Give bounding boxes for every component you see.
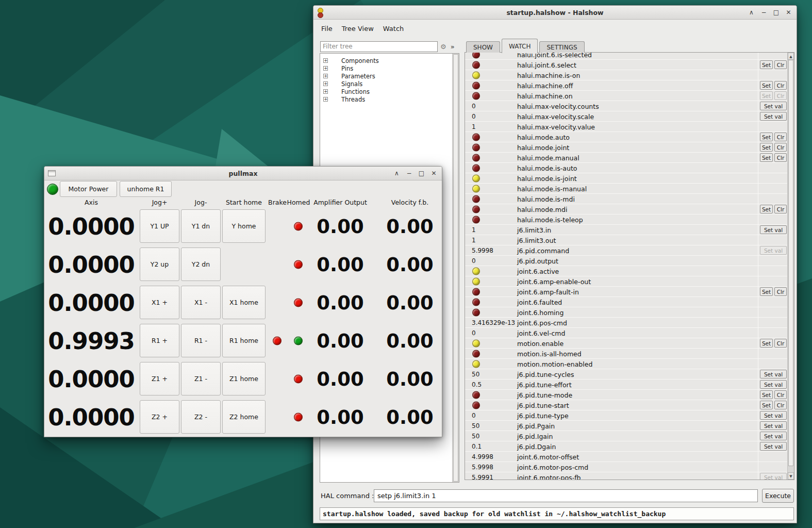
tree-item-pins[interactable]: +Pins <box>320 64 452 72</box>
jog-minus-button[interactable]: Z2 - <box>181 400 221 434</box>
execute-button[interactable]: Execute <box>762 489 794 503</box>
menu-item-watch[interactable]: Watch <box>378 25 408 32</box>
jog-plus-button[interactable]: R1 + <box>140 324 179 357</box>
set-button[interactable]: Set <box>760 339 773 348</box>
jog-plus-button[interactable]: Z1 + <box>140 362 179 395</box>
watch-pin-name: halui.machine.off <box>517 81 573 89</box>
expand-plus-icon[interactable]: + <box>323 81 328 86</box>
pullmax-close-button[interactable]: ✕ <box>430 170 438 177</box>
set-button: Set <box>760 91 773 100</box>
set-val-button[interactable]: Set val <box>760 432 787 440</box>
set-button[interactable]: Set <box>760 143 773 152</box>
pullmax-maximize-button[interactable]: □ <box>418 170 425 177</box>
led-indicator <box>472 350 480 357</box>
halshow-maximize-button[interactable]: □ <box>772 9 780 16</box>
tab-settings[interactable]: SETTINGS <box>539 41 584 53</box>
set-val-button[interactable]: Set val <box>760 112 787 121</box>
jog-minus-button[interactable]: X1 - <box>181 286 221 319</box>
halshow-close-button[interactable]: ✕ <box>785 9 792 16</box>
halshow-minimize-button[interactable]: − <box>760 9 768 16</box>
set-button[interactable]: Set <box>760 401 773 409</box>
set-button[interactable]: Set <box>760 153 773 162</box>
set-button[interactable]: Set <box>760 133 773 141</box>
menu-item-tree-view[interactable]: Tree View <box>337 25 378 32</box>
clr-button[interactable]: Clr <box>774 133 787 141</box>
set-button[interactable]: Set <box>760 390 773 399</box>
watch-row: joint.6.faulted <box>465 297 788 307</box>
tree-item-components[interactable]: +Components <box>320 57 452 64</box>
watch-scrollbar[interactable]: ▲ ▼ <box>787 53 794 480</box>
halshow-titlebar[interactable]: startup.halshow - Halshow ∧−□✕ <box>313 6 797 20</box>
pullmax-window-controls: ∧−□✕ <box>393 167 438 180</box>
unhome-r1-button[interactable]: unhome R1 <box>120 181 172 197</box>
amplifier-output-value: 0.00 <box>302 254 378 276</box>
clr-button[interactable]: Clr <box>774 287 787 296</box>
clr-button[interactable]: Clr <box>774 81 787 90</box>
jog-minus-button[interactable]: Z1 - <box>181 362 221 395</box>
set-val-button[interactable]: Set val <box>760 370 787 378</box>
start-home-button[interactable]: Z2 home <box>222 400 266 434</box>
chevron-double-right-icon[interactable]: » <box>451 43 455 51</box>
pullmax-titlebar[interactable]: pullmax ∧−□✕ <box>44 167 442 180</box>
menu-item-file[interactable]: File <box>317 25 337 32</box>
clr-button[interactable]: Clr <box>774 60 787 69</box>
pullmax-minimize-button[interactable]: − <box>405 170 413 177</box>
set-val-button[interactable]: Set val <box>760 380 787 389</box>
tree-item-signals[interactable]: +Signals <box>320 80 452 88</box>
tree-item-label: Pins <box>341 65 353 72</box>
expand-plus-icon[interactable]: + <box>323 58 328 63</box>
jog-plus-button[interactable]: Z2 + <box>140 400 179 434</box>
watch-pin-name: j6.pid.output <box>517 257 558 265</box>
tab-show[interactable]: SHOW <box>466 41 500 53</box>
clr-button[interactable]: Clr <box>774 205 787 213</box>
jog-minus-button[interactable]: Y1 dn <box>181 209 221 243</box>
tree-scrollbar[interactable] <box>452 54 459 482</box>
scroll-down-button[interactable]: ▼ <box>788 472 794 480</box>
pullmax-shade-button[interactable]: ∧ <box>393 170 401 177</box>
clr-button[interactable]: Clr <box>774 390 787 399</box>
hal-command-input[interactable] <box>374 489 758 502</box>
start-home-button[interactable]: Y home <box>222 209 266 243</box>
watch-value: 0 <box>472 412 476 419</box>
gear-icon[interactable]: ⚙ <box>440 43 446 51</box>
filter-tree-input[interactable] <box>320 41 438 52</box>
clr-button[interactable]: Clr <box>774 153 787 162</box>
velocity-feedback-value: 0.00 <box>372 368 448 390</box>
jog-plus-button[interactable]: X1 + <box>140 286 179 319</box>
set-val-button[interactable]: Set val <box>760 421 787 430</box>
set-val-button[interactable]: Set val <box>760 225 787 234</box>
start-home-button[interactable]: R1 home <box>222 324 266 357</box>
brake-led <box>273 337 281 345</box>
jog-minus-button[interactable]: Y2 dn <box>181 248 221 281</box>
expand-plus-icon[interactable]: + <box>323 97 328 102</box>
set-button[interactable]: Set <box>760 287 773 296</box>
watch-scrollbar-thumb[interactable] <box>788 60 793 466</box>
tree-item-threads[interactable]: +Threads <box>320 95 452 103</box>
motor-power-button[interactable]: Motor Power <box>60 181 117 197</box>
jog-plus-button[interactable]: Y2 up <box>140 248 179 281</box>
clr-button[interactable]: Clr <box>774 339 787 348</box>
set-val-button[interactable]: Set val <box>760 411 787 420</box>
led-indicator <box>472 164 480 172</box>
start-home-button[interactable]: X1 home <box>222 286 266 319</box>
tree-item-parameters[interactable]: +Parameters <box>320 72 452 80</box>
watch-row: 4.9998joint.6.motor-offset <box>465 452 788 462</box>
clr-button[interactable]: Clr <box>774 401 787 409</box>
halshow-shade-button[interactable]: ∧ <box>748 9 755 16</box>
set-button[interactable]: Set <box>760 205 773 213</box>
tree-scrollbar-thumb[interactable] <box>453 54 458 482</box>
set-button[interactable]: Set <box>760 81 773 90</box>
expand-plus-icon[interactable]: + <box>323 66 328 71</box>
tree-item-functions[interactable]: +Functions <box>320 88 452 95</box>
set-val-button[interactable]: Set val <box>760 442 787 451</box>
set-val-button[interactable]: Set val <box>760 102 787 110</box>
jog-minus-button[interactable]: R1 - <box>181 324 221 357</box>
expand-plus-icon[interactable]: + <box>323 89 328 94</box>
set-button[interactable]: Set <box>760 60 773 69</box>
tab-watch[interactable]: WATCH <box>502 39 538 53</box>
start-home-button[interactable]: Z1 home <box>222 362 266 395</box>
scroll-up-button[interactable]: ▲ <box>788 53 794 60</box>
jog-plus-button[interactable]: Y1 UP <box>140 209 179 243</box>
clr-button[interactable]: Clr <box>774 143 787 152</box>
expand-plus-icon[interactable]: + <box>323 74 328 78</box>
